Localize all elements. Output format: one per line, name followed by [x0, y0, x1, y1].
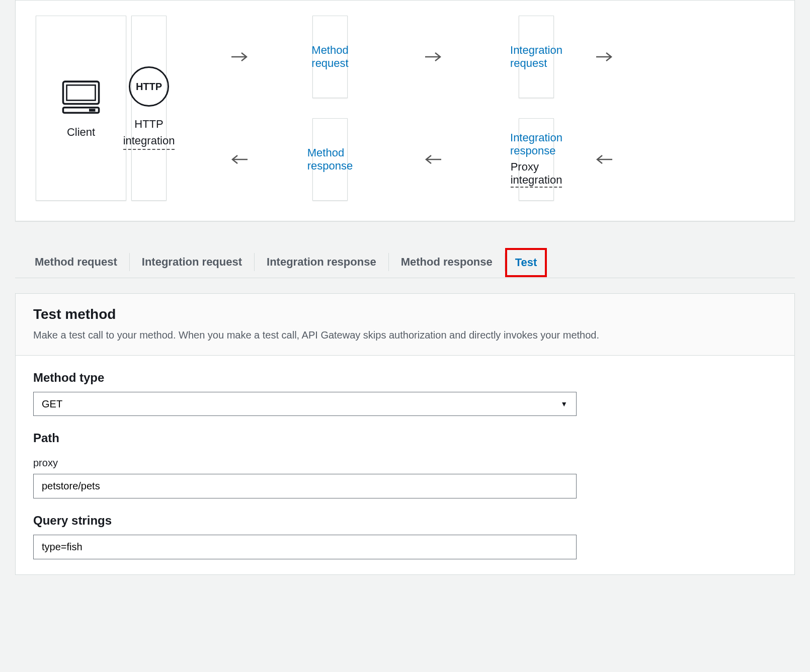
- arrow-right-icon: [353, 16, 514, 98]
- panel-header: Test method Make a test call to your met…: [16, 294, 794, 356]
- proxy-label: proxy: [33, 457, 777, 469]
- arrow-right-icon: [172, 16, 307, 98]
- method-execution-diagram: Client Method request Integration reques…: [15, 0, 795, 221]
- integration-response-link[interactable]: Integration response: [510, 131, 562, 157]
- integration-response-card[interactable]: Integration response Proxy integration: [519, 118, 554, 201]
- method-response-card[interactable]: Method response: [312, 118, 348, 201]
- client-box: Client: [36, 16, 126, 201]
- method-type-label: Method type: [33, 371, 777, 385]
- http-integration-label: HTTP integration: [123, 116, 175, 150]
- arrow-left-icon: [559, 118, 650, 201]
- http-integration-box: HTTP HTTP integration: [131, 16, 167, 201]
- integration-request-link[interactable]: Integration request: [510, 44, 562, 70]
- method-request-link[interactable]: Method request: [311, 44, 348, 70]
- path-label: Path: [33, 431, 777, 445]
- svg-rect-1: [67, 85, 96, 100]
- arrow-left-icon: [353, 118, 514, 201]
- tab-test[interactable]: Test: [505, 248, 547, 277]
- http-circle-icon: HTTP: [129, 66, 169, 107]
- test-method-panel: Test method Make a test call to your met…: [15, 293, 795, 575]
- tab-method-request[interactable]: Method request: [23, 246, 129, 278]
- tab-integration-request[interactable]: Integration request: [130, 246, 254, 278]
- client-label: Client: [67, 126, 95, 139]
- panel-title: Test method: [33, 306, 777, 322]
- integration-request-card[interactable]: Integration request: [519, 16, 554, 98]
- proxy-path-input[interactable]: [33, 474, 577, 498]
- proxy-integration-label: Proxy integration: [511, 160, 562, 188]
- client-computer-icon: [58, 78, 104, 121]
- tabs-bar: Method request Integration request Integ…: [15, 246, 795, 278]
- arrow-left-icon: [172, 118, 307, 201]
- panel-body: Method type GET ▼ Path proxy Query strin…: [16, 356, 794, 574]
- tab-integration-response[interactable]: Integration response: [255, 246, 388, 278]
- method-response-link[interactable]: Method response: [307, 146, 353, 173]
- svg-rect-3: [89, 109, 95, 111]
- panel-description: Make a test call to your method. When yo…: [33, 327, 777, 343]
- method-request-card[interactable]: Method request: [312, 16, 348, 98]
- arrow-right-icon: [559, 16, 650, 98]
- method-type-select[interactable]: GET: [33, 392, 577, 416]
- tab-method-response[interactable]: Method response: [389, 246, 505, 278]
- query-strings-label: Query strings: [33, 514, 777, 528]
- query-strings-input[interactable]: [33, 535, 577, 559]
